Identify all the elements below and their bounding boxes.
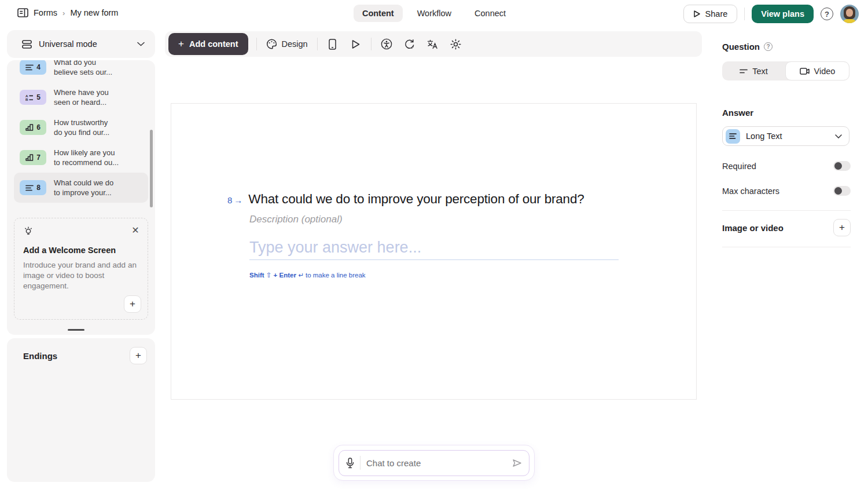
segment-text-label: Text <box>752 67 768 76</box>
canvas-toolbar: + Add content Design <box>165 31 702 57</box>
chevron-down-icon <box>137 42 145 46</box>
microphone-icon[interactable] <box>346 458 354 469</box>
long-text-type-icon <box>726 129 740 144</box>
welcome-card-description: Introduce your brand and add an image or… <box>23 260 139 291</box>
toolbar-divider <box>317 38 318 50</box>
segment-text[interactable]: Text <box>722 61 785 81</box>
question-canvas: 8 → What could we do to improve your per… <box>171 103 697 400</box>
question-item-text: How trustworthy do you find our... <box>54 118 109 137</box>
share-icon <box>693 10 701 18</box>
bar-chart-icon <box>25 124 34 131</box>
enter-key-icon: ↵ <box>298 272 304 279</box>
panel-divider <box>722 247 851 247</box>
add-media-button[interactable]: + <box>833 219 851 236</box>
view-plans-button[interactable]: View plans <box>752 5 814 23</box>
chat-input[interactable] <box>366 458 506 468</box>
max-characters-toggle[interactable] <box>833 186 851 196</box>
toolbar-divider <box>371 38 372 50</box>
long-text-icon <box>25 185 34 191</box>
image-or-video-label: Image or video <box>722 223 784 233</box>
add-content-button[interactable]: + Add content <box>168 33 248 55</box>
design-button[interactable]: Design <box>265 36 309 52</box>
chat-to-create-bar <box>333 445 535 481</box>
mode-selector-label: Universal mode <box>39 39 130 49</box>
endings-label: Endings <box>23 351 57 361</box>
settings-panel: Question ? Text Video Answer <box>713 30 861 247</box>
question-number: 5 <box>36 93 41 101</box>
plus-icon: + <box>178 38 184 50</box>
bar-chart-icon <box>25 154 34 161</box>
sidebar-resize-handle[interactable] <box>68 329 84 331</box>
tab-content[interactable]: Content <box>354 5 403 22</box>
add-welcome-screen-button[interactable]: + <box>124 295 141 313</box>
answer-type-value: Long Text <box>746 131 829 141</box>
sidebar-scrollbar[interactable] <box>150 130 153 207</box>
multiple-choice-badge: A B 5 <box>20 90 46 105</box>
toolbar-divider <box>256 38 257 50</box>
send-icon[interactable] <box>512 459 522 467</box>
settings-gear-icon[interactable] <box>449 37 463 51</box>
arrow-right-icon: → <box>234 195 242 205</box>
help-icon[interactable]: ? <box>821 8 833 20</box>
avatar[interactable] <box>840 5 859 23</box>
answer-type-select[interactable]: Long Text <box>722 126 849 146</box>
chat-input-container <box>339 450 529 476</box>
header-divider <box>744 8 745 20</box>
segment-video[interactable]: Video <box>785 61 849 81</box>
required-label: Required <box>722 162 756 171</box>
welcome-screen-card: ✕ Add a Welcome Screen Introduce your br… <box>14 218 148 320</box>
form-builder-app: Forms › My new form Content Workflow Con… <box>0 0 868 490</box>
question-list: 4 What do you believe sets our... A B <box>7 60 155 203</box>
top-header: Forms › My new form Content Workflow Con… <box>0 0 868 29</box>
preview-play-icon[interactable] <box>349 37 363 51</box>
question-item-7[interactable]: 7 How likely are you to recommend ou... <box>14 142 148 173</box>
close-icon[interactable]: ✕ <box>130 225 141 236</box>
question-help-icon[interactable]: ? <box>764 42 773 51</box>
chat-divider <box>360 456 361 470</box>
device-preview-icon[interactable] <box>326 37 340 51</box>
svg-text:B: B <box>25 97 28 101</box>
question-number: 8 <box>36 184 41 192</box>
add-ending-button[interactable]: + <box>130 347 147 364</box>
long-text-badge: 8 <box>20 180 46 195</box>
question-item-8-selected[interactable]: 8 What could we do to improve your... <box>14 173 148 203</box>
question-title[interactable]: What could we do to improve your percept… <box>248 192 584 207</box>
refresh-history-icon[interactable] <box>403 37 417 51</box>
max-characters-row: Max characters <box>722 186 851 196</box>
header-actions: Share View plans ? <box>683 5 859 23</box>
long-text-badge: 4 <box>20 60 46 75</box>
accessibility-icon[interactable] <box>380 37 393 51</box>
tab-connect[interactable]: Connect <box>466 5 514 22</box>
question-item-6[interactable]: 6 How trustworthy do you find our... <box>14 112 148 142</box>
question-number: 7 <box>36 153 41 162</box>
chevron-down-icon <box>835 134 842 138</box>
question-number: 4 <box>36 63 41 71</box>
rating-badge: 7 <box>20 150 46 165</box>
questions-panel: 4 What do you believe sets our... A B <box>7 60 155 335</box>
translate-icon[interactable] <box>426 37 440 51</box>
question-item-4[interactable]: 4 What do you believe sets our... <box>14 60 148 82</box>
tab-workflow[interactable]: Workflow <box>409 5 460 22</box>
question-description-placeholder[interactable]: Description (optional) <box>249 214 343 225</box>
text-video-segmented-control: Text Video <box>722 61 849 81</box>
question-title-row: 8 → What could we do to improve your per… <box>227 192 584 207</box>
shift-key-icon: ⇧ <box>266 272 272 279</box>
line-break-hint: Shift ⇧ + Enter ↵ to make a line break <box>249 271 366 279</box>
question-item-5[interactable]: A B 5 Where have you seen or heard... <box>14 82 148 112</box>
panel-divider <box>722 210 851 211</box>
question-heading-label: Question <box>722 42 760 52</box>
lightbulb-icon <box>23 226 140 236</box>
avatar-face <box>846 9 853 17</box>
text-lines-icon <box>740 69 748 74</box>
share-button[interactable]: Share <box>683 5 738 23</box>
welcome-card-title: Add a Welcome Screen <box>23 246 140 255</box>
question-item-text: Where have you seen or heard... <box>54 87 109 107</box>
question-item-text: What could we do to improve your... <box>54 178 113 198</box>
share-label: Share <box>705 9 728 19</box>
multiple-choice-icon: A B <box>25 94 34 101</box>
required-toggle[interactable] <box>833 161 851 171</box>
add-content-label: Add content <box>189 39 238 49</box>
mode-selector[interactable]: Universal mode <box>7 30 155 58</box>
answer-input[interactable] <box>249 236 619 260</box>
image-or-video-row: Image or video + <box>722 219 851 236</box>
